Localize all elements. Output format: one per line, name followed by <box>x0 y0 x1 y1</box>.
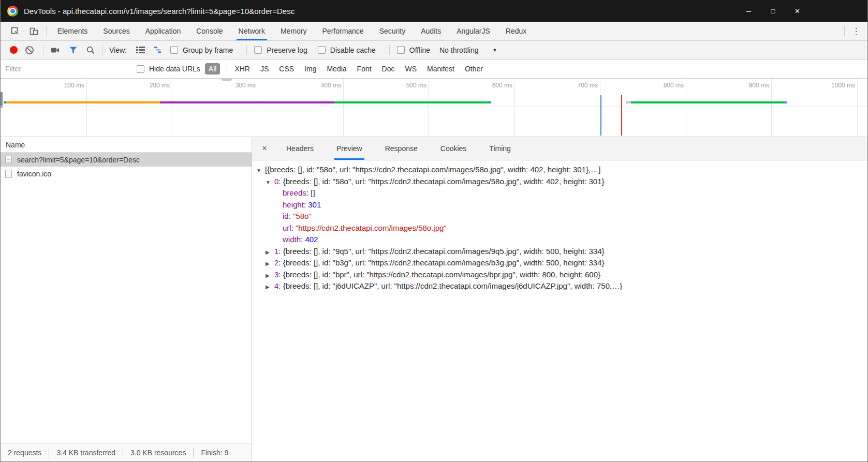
clear-icon[interactable] <box>25 46 34 54</box>
filter-type-all[interactable]: All <box>205 63 220 74</box>
throttling-select[interactable]: No throttling ▼ <box>439 46 497 54</box>
overview-grip-handle[interactable] <box>222 79 232 81</box>
json-token: id <box>283 212 289 220</box>
timeline-gridline <box>514 79 515 137</box>
title-bar: DevTools - api.thecatapi.com/v1/images/s… <box>1 0 867 22</box>
waterfall-view-icon[interactable] <box>150 47 167 53</box>
devtools-tab-bar: ElementsSourcesApplicationConsoleNetwork… <box>1 22 867 41</box>
json-tree-line: breeds: [] <box>252 187 867 199</box>
detail-tab-timing[interactable]: Timing <box>480 137 520 160</box>
maximize-button[interactable]: □ <box>761 0 785 22</box>
filter-input[interactable] <box>1 59 131 78</box>
tab-redux[interactable]: Redux <box>498 22 534 40</box>
detail-tab-cookies[interactable]: Cookies <box>432 137 476 160</box>
tab-console[interactable]: Console <box>188 22 230 40</box>
list-view-icon[interactable] <box>132 47 150 53</box>
timeline-tick-label: 700 ms <box>565 82 598 89</box>
json-token: height <box>283 200 304 209</box>
timeline-tick-label: 200 ms <box>137 82 170 89</box>
filter-type-other[interactable]: Other <box>465 65 483 73</box>
timeline-tick-label: 900 ms <box>736 82 769 89</box>
filter-type-img[interactable]: Img <box>304 65 316 73</box>
timeline-tick-label: 800 ms <box>651 82 684 89</box>
overview-bar-segment <box>631 101 784 103</box>
expander-closed-icon[interactable]: ▶ <box>266 247 274 259</box>
filter-type-xhr[interactable]: XHR <box>234 65 250 73</box>
filter-funnel-icon[interactable] <box>64 47 82 54</box>
network-main-area: Name search?limit=5&page=10&order=Descfa… <box>1 137 867 462</box>
timeline-gridline <box>686 79 686 137</box>
json-token: width <box>283 235 301 244</box>
record-icon[interactable] <box>10 46 18 54</box>
group-by-frame-label: Group by frame <box>183 46 233 54</box>
group-by-frame-checkbox[interactable] <box>170 46 178 54</box>
expander-open-icon[interactable]: ▼ <box>266 177 274 189</box>
preserve-log-checkbox[interactable] <box>254 46 262 54</box>
device-toolbar-icon[interactable] <box>24 22 43 40</box>
filter-type-js[interactable]: JS <box>260 65 269 73</box>
close-detail-icon[interactable]: × <box>254 137 275 160</box>
json-token: : {breeds: [], id: "bpr", url: "https://… <box>278 270 600 279</box>
tab-security[interactable]: Security <box>372 22 414 40</box>
tab-elements[interactable]: Elements <box>50 22 95 40</box>
detail-tab-headers[interactable]: Headers <box>277 137 322 160</box>
hide-data-urls-checkbox[interactable] <box>137 65 144 73</box>
divider <box>43 45 43 55</box>
expander-open-icon[interactable]: ▼ <box>256 165 265 177</box>
overview-bar-segment <box>160 101 334 103</box>
json-token: url <box>283 223 291 232</box>
filter-type-media[interactable]: Media <box>327 65 346 73</box>
window-title: DevTools - api.thecatapi.com/v1/images/s… <box>24 7 295 16</box>
tab-performance[interactable]: Performance <box>315 22 372 40</box>
tab-memory[interactable]: Memory <box>273 22 315 40</box>
screenshot-camera-icon[interactable] <box>47 47 64 53</box>
search-icon[interactable] <box>82 46 99 54</box>
timeline-tick-label: 300 ms <box>223 82 256 89</box>
timeline-tick-label: 1000 ms <box>822 82 855 89</box>
status-item: Finish: 9 <box>194 449 236 457</box>
expander-closed-icon[interactable]: ▶ <box>266 281 274 293</box>
tab-audits[interactable]: Audits <box>413 22 449 40</box>
detail-tab-response[interactable]: Response <box>376 137 426 160</box>
tab-sources[interactable]: Sources <box>95 22 137 40</box>
detail-tab-preview[interactable]: Preview <box>328 137 371 160</box>
minimize-button[interactable]: ─ <box>737 0 761 22</box>
json-token: 402 <box>305 235 318 244</box>
domcontentloaded-marker <box>600 95 601 136</box>
offline-option: Offline <box>397 46 430 54</box>
tab-network[interactable]: Network <box>231 22 273 40</box>
tab-application[interactable]: Application <box>138 22 189 40</box>
disable-cache-checkbox[interactable] <box>318 46 326 54</box>
tab-bar-right: ⋮ <box>841 22 867 40</box>
request-row[interactable]: favicon.ico <box>1 167 252 181</box>
document-lines-icon <box>5 156 12 164</box>
expander-closed-icon[interactable]: ▶ <box>266 270 274 282</box>
overview-left-handle[interactable] <box>1 92 3 108</box>
json-token: : [] <box>306 188 315 197</box>
filter-type-ws[interactable]: WS <box>405 65 417 73</box>
timeline-tick-label: 600 ms <box>479 82 512 89</box>
json-token: : {breeds: [], id: "58o", url: "https://… <box>278 177 604 186</box>
filter-type-font[interactable]: Font <box>357 65 372 73</box>
timeline-gridline <box>771 79 772 137</box>
filter-type-manifest[interactable]: Manifest <box>427 65 454 73</box>
tab-angularjs[interactable]: AngularJS <box>449 22 498 40</box>
disable-cache-option: Disable cache <box>318 46 376 54</box>
network-overview[interactable]: 100 ms200 ms300 ms400 ms500 ms600 ms700 … <box>1 79 867 137</box>
filter-type-css[interactable]: CSS <box>279 65 294 73</box>
filter-type-doc[interactable]: Doc <box>382 65 395 73</box>
expander-closed-icon[interactable]: ▶ <box>266 258 274 270</box>
filter-bar: Hide data URLs AllXHRJSCSSImgMediaFontDo… <box>1 59 867 79</box>
timeline-gridline <box>857 79 858 137</box>
timeline-gridline <box>86 79 87 137</box>
inspect-icon[interactable] <box>6 22 24 40</box>
request-row[interactable]: search?limit=5&page=10&order=Desc <box>1 153 252 167</box>
disable-cache-label: Disable cache <box>330 46 376 54</box>
json-token: : <box>304 200 308 209</box>
json-tree-line: ▼[{breeds: [], id: "58o", url: "https://… <box>252 164 867 176</box>
name-column-header[interactable]: Name <box>1 137 252 153</box>
divider <box>46 26 47 36</box>
kebab-menu-icon[interactable]: ⋮ <box>848 22 864 40</box>
close-button[interactable]: ✕ <box>785 0 810 22</box>
offline-checkbox[interactable] <box>397 46 405 54</box>
